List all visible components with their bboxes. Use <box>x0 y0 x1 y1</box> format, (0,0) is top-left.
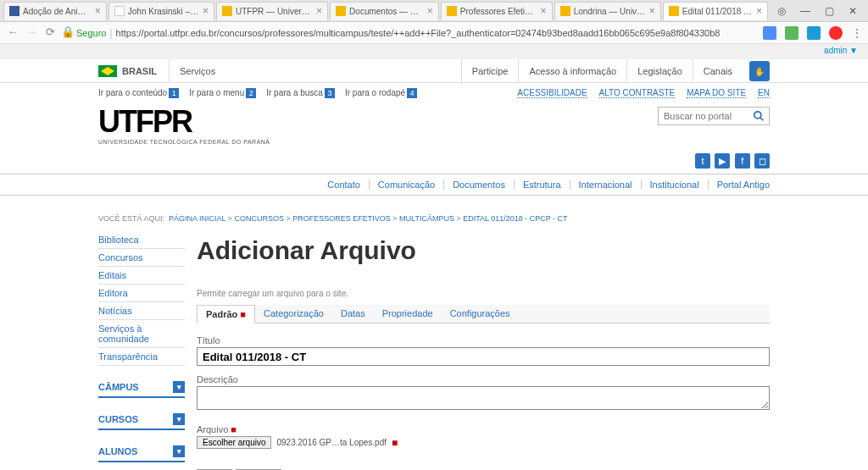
logo[interactable]: UTFPR UNIVERSIDADE TECNOLÓGICA FEDERAL D… <box>98 107 270 145</box>
lang-en-link[interactable]: EN <box>758 88 770 98</box>
close-icon[interactable]: × <box>95 5 101 17</box>
close-icon[interactable]: × <box>203 5 209 17</box>
nav-contato[interactable]: Contato <box>319 180 370 190</box>
close-icon[interactable]: × <box>316 5 322 17</box>
browser-tab[interactable]: Adoção de Animais - C...× <box>3 2 107 20</box>
close-icon[interactable]: × <box>649 5 655 17</box>
search-input[interactable] <box>659 111 748 121</box>
facebook-icon[interactable]: f <box>735 153 750 169</box>
twitter-icon[interactable]: t <box>695 153 710 169</box>
titulo-input[interactable] <box>197 347 770 366</box>
content-area: Biblioteca Concursos Editais Editora Not… <box>98 231 770 470</box>
nav-documentos[interactable]: Documentos <box>444 180 515 190</box>
nav-antigo[interactable]: Portal Antigo <box>709 180 770 190</box>
skip-links-bar: Ir para o conteúdo1 Ir para o menu2 Ir p… <box>98 83 770 103</box>
tab-title: UTFPR — Universidade T... <box>236 7 313 16</box>
instagram-icon[interactable]: ◻ <box>754 153 770 169</box>
tab-title: Edital 011/2018 - CPCP... <box>682 7 753 16</box>
tab-favicon-icon <box>9 6 19 16</box>
breadcrumb-home[interactable]: PÁGINA INICIAL <box>169 214 225 223</box>
edit-tabs: Padrão ■ Categorização Datas Propriedade… <box>197 305 770 323</box>
browser-tab-active[interactable]: Edital 011/2018 - CPCP...× <box>663 2 768 20</box>
admin-user-label[interactable]: admin ▼ <box>824 46 858 55</box>
gov-bar: BRASIL Serviços Participe Acesso à infor… <box>0 59 868 83</box>
close-icon[interactable]: × <box>756 5 762 17</box>
sidebar-header-alunos[interactable]: ALUNOS▾ <box>98 442 185 462</box>
sidebar-item-concursos[interactable]: Concursos <box>98 249 185 267</box>
ext-icon[interactable] <box>785 26 798 40</box>
address-bar: ← → ⟳ 🔒 Seguro | https://portal.utfpr.ed… <box>0 22 868 44</box>
ext-icon[interactable] <box>829 26 843 40</box>
back-icon[interactable]: ← <box>5 25 20 41</box>
nav-institucional[interactable]: Institucional <box>642 180 709 190</box>
breadcrumb-current[interactable]: EDITAL 011/2018 - CPCP - CT <box>463 214 567 223</box>
sidebar-item-editora[interactable]: Editora <box>98 285 185 302</box>
logo-subtitle: UNIVERSIDADE TECNOLÓGICA FEDERAL DO PARA… <box>98 139 270 145</box>
ext-icon[interactable] <box>763 26 776 40</box>
browser-tab[interactable]: John Krasinski – Wikipé...× <box>108 2 214 20</box>
sidebar-header-campus[interactable]: CÂMPUS▾ <box>98 378 185 398</box>
gov-legis-link[interactable]: Legislação <box>627 66 693 76</box>
browser-tab[interactable]: UTFPR — Universidade T...× <box>216 2 328 20</box>
browser-tab[interactable]: Londrina — Universidad...× <box>554 2 661 20</box>
sidebar-header-cursos[interactable]: CURSOS▾ <box>98 410 185 430</box>
choose-file-button[interactable]: Escolher arquivo <box>197 436 271 449</box>
maximize-icon[interactable]: ▢ <box>817 5 841 17</box>
skip-search-link[interactable]: Ir para a busca3 <box>266 88 335 98</box>
sitemap-link[interactable]: MAPA DO SITE <box>687 88 746 98</box>
gov-channels-link[interactable]: Canais <box>693 66 743 76</box>
url-field[interactable]: https://portal.utfpr.edu.br/concursos/pr… <box>116 28 754 38</box>
sidebar-item-noticias[interactable]: Notícias <box>98 302 185 320</box>
gov-participate-link[interactable]: Participe <box>462 66 519 76</box>
tab-configuracoes[interactable]: Configurações <box>442 305 519 323</box>
tab-categorizacao[interactable]: Categorização <box>255 305 332 323</box>
svg-point-0 <box>754 112 761 119</box>
breadcrumb-link[interactable]: CONCURSOS <box>235 214 285 223</box>
high-contrast-link[interactable]: ALTO CONTRASTE <box>599 88 676 98</box>
breadcrumb-link[interactable]: PROFESSORES EFETIVOS <box>292 214 391 223</box>
menu-icon[interactable]: ⋮ <box>851 26 863 40</box>
tab-favicon-icon <box>114 6 125 16</box>
account-icon[interactable]: ◎ <box>770 5 793 17</box>
sidebar-item-biblioteca[interactable]: Biblioteca <box>98 231 185 249</box>
browser-tab[interactable]: Professores Efetivos — U...× <box>441 2 553 20</box>
tab-title: Adoção de Animais - C... <box>23 7 92 16</box>
browser-tab[interactable]: Documentos — PPG Ciê...× <box>330 2 439 20</box>
form-panel: Título Descrição Arquivo ■ Escolher arqu… <box>197 323 770 470</box>
sidebar-item-transparencia[interactable]: Transparência <box>98 348 185 366</box>
descricao-input[interactable] <box>197 386 770 410</box>
ext-icon[interactable] <box>807 26 821 40</box>
gov-services-link[interactable]: Serviços <box>170 66 225 76</box>
reload-icon[interactable]: ⟳ <box>42 25 58 41</box>
youtube-icon[interactable]: ▶ <box>715 153 730 169</box>
skip-menu-link[interactable]: Ir para o menu2 <box>189 88 256 98</box>
tab-datas[interactable]: Datas <box>332 305 374 323</box>
sidebar-item-servicos[interactable]: Serviços à comunidade <box>98 320 185 348</box>
tab-padrao[interactable]: Padrão ■ <box>197 305 255 323</box>
window-controls: ◎ — ▢ ✕ <box>770 5 868 17</box>
chevron-down-icon: ▾ <box>173 381 185 393</box>
skip-content-link[interactable]: Ir para o conteúdo1 <box>98 88 179 98</box>
vlibras-icon[interactable]: ✋ <box>749 61 770 81</box>
nav-estrutura[interactable]: Estrutura <box>515 180 570 190</box>
minimize-icon[interactable]: — <box>793 5 817 17</box>
nav-internacional[interactable]: Internacional <box>570 180 642 190</box>
tab-title: Documentos — PPG Ciê... <box>349 7 424 16</box>
plone-admin-bar[interactable]: admin ▼ <box>0 44 868 59</box>
sidebar-item-editais[interactable]: Editais <box>98 267 185 285</box>
gov-info-link[interactable]: Acesso à informação <box>519 66 626 76</box>
close-icon[interactable]: × <box>427 5 433 17</box>
logo-text: UTFPR <box>98 104 192 139</box>
forward-icon[interactable]: → <box>24 25 39 41</box>
search-icon[interactable] <box>748 107 769 125</box>
tab-propriedade[interactable]: Propriedade <box>374 305 442 323</box>
window-close-icon[interactable]: ✕ <box>841 5 865 17</box>
accessibility-link[interactable]: ACESSIBILIDADE <box>517 88 587 98</box>
breadcrumb-link[interactable]: MULTICÂMPUS <box>399 214 454 223</box>
close-icon[interactable]: × <box>541 5 547 17</box>
nav-comunicacao[interactable]: Comunicação <box>370 180 444 190</box>
gov-brand[interactable]: BRASIL <box>122 66 157 76</box>
skip-footer-link[interactable]: Ir para o rodapé4 <box>345 88 417 98</box>
arquivo-label: Arquivo ■ <box>197 424 770 434</box>
tab-title: Professores Efetivos — U... <box>460 7 537 16</box>
